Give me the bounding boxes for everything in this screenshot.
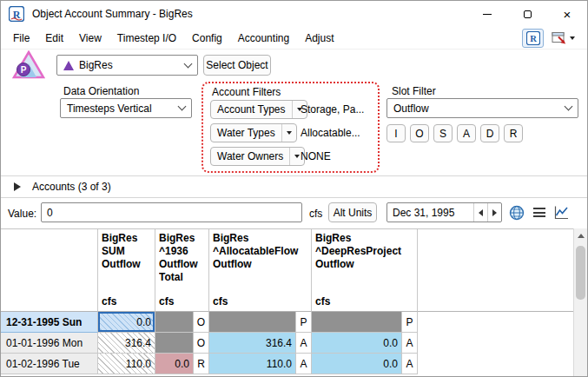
list-view-button[interactable] xyxy=(529,202,549,222)
menu-file[interactable]: File xyxy=(5,27,37,50)
window-red-arrow-icon xyxy=(552,31,567,45)
slot-filter-combo[interactable]: Outflow xyxy=(386,98,578,118)
reservoir-object-icon: P xyxy=(12,50,45,79)
next-timestep-button[interactable] xyxy=(487,203,501,222)
object-combo-value: BigRes xyxy=(79,59,113,71)
flag-cell[interactable]: P xyxy=(402,312,418,333)
svg-text:R: R xyxy=(530,34,537,43)
left-arrow-icon xyxy=(479,209,483,216)
maximize-button[interactable] xyxy=(507,1,547,27)
row-header-date[interactable]: 01-01-1996 Mon xyxy=(1,333,98,354)
value-cell[interactable]: 0.0 xyxy=(155,354,194,374)
column-header-bigres-1936-outflow-total[interactable]: BigRes^1936OutflowTotalcfs xyxy=(155,229,209,312)
vertical-scrollbar[interactable] xyxy=(573,228,587,376)
flag-cell[interactable]: A xyxy=(296,333,312,354)
goto-date-button[interactable] xyxy=(506,202,526,222)
flag-cell[interactable]: A xyxy=(296,354,312,374)
value-input[interactable] xyxy=(41,202,302,222)
column-units: cfs xyxy=(315,295,330,308)
maximize-icon xyxy=(524,10,532,18)
accounts-expander-icon[interactable] xyxy=(14,182,21,191)
chevron-down-icon xyxy=(184,59,193,68)
scrollbar-thumb[interactable] xyxy=(576,246,585,300)
slot-filter-button-o[interactable]: O xyxy=(410,124,429,142)
menu-accounting[interactable]: Accounting xyxy=(230,27,297,50)
plot-button[interactable] xyxy=(551,202,571,222)
slot-filter-value: Outflow xyxy=(393,103,429,115)
column-units: cfs xyxy=(159,295,174,308)
right-arrow-icon xyxy=(492,209,497,216)
date-widget[interactable]: Dec 31, 1995 xyxy=(386,202,502,222)
slot-filter-button-i[interactable]: I xyxy=(386,124,406,142)
table-row-2: 01-02-1996 Tue110.00.0R110.0A0.0A xyxy=(1,354,575,374)
svg-text:P: P xyxy=(21,65,27,75)
close-button[interactable]: × xyxy=(547,1,587,27)
flag-cell[interactable]: P xyxy=(296,312,312,333)
value-cell[interactable] xyxy=(155,312,194,333)
column-header-bigres-allocatableflow-outflow[interactable]: BigRes^AllocatableFlowOutflowcfs xyxy=(209,229,312,312)
table-row-1: 01-01-1996 Mon316.4O316.4A0.0A xyxy=(1,333,575,354)
row-header-date[interactable]: 01-02-1996 Tue xyxy=(1,354,98,374)
value-cell[interactable] xyxy=(312,312,402,333)
riverware-toolbar-button[interactable]: R xyxy=(522,29,544,48)
column-header-bigres-sum-outflow[interactable]: BigResSUMOutflowcfs xyxy=(98,229,155,312)
flag-cell[interactable]: O xyxy=(194,312,209,333)
value-cell[interactable]: 110.0 xyxy=(98,354,155,374)
titlebar: R Object Account Summary - BigRes × xyxy=(1,1,587,27)
row-header-date[interactable]: 12-31-1995 Sun xyxy=(1,312,98,333)
chevron-down-icon xyxy=(178,103,187,111)
filter-button-water-owners[interactable]: Water Owners xyxy=(210,147,305,166)
flag-cell[interactable]: O xyxy=(194,333,209,354)
slot-filter-label: Slot Filter xyxy=(392,85,436,97)
filter-button-account-types[interactable]: Account Types xyxy=(210,100,307,119)
flag-cell[interactable]: A xyxy=(402,354,418,374)
riverware-logo-icon: R xyxy=(526,31,540,45)
object-selector-combo[interactable]: BigRes xyxy=(56,55,198,76)
date-value: Dec 31, 1995 xyxy=(387,203,473,222)
value-cell[interactable] xyxy=(155,333,194,354)
data-orientation-combo[interactable]: Timesteps Vertical xyxy=(60,98,192,118)
value-cell[interactable]: 316.4 xyxy=(209,333,296,354)
slot-filter-buttons: IOSADR xyxy=(386,124,523,142)
date-column-header xyxy=(1,229,98,312)
minimize-button[interactable] xyxy=(467,1,507,27)
filter-button-water-types[interactable]: Water Types xyxy=(210,123,297,142)
value-cell[interactable]: 110.0 xyxy=(209,354,296,374)
slot-filter-button-d[interactable]: D xyxy=(480,124,499,142)
value-cell[interactable]: 0.0 xyxy=(312,354,402,374)
accounts-label: Accounts (3 of 3) xyxy=(32,181,111,193)
value-cell[interactable]: 0.0 xyxy=(312,333,402,354)
prev-timestep-button[interactable] xyxy=(473,203,487,222)
flag-cell[interactable]: R xyxy=(194,354,209,374)
minimize-icon xyxy=(483,14,492,15)
account-filters-group: Account Filters Account TypesStorage, Pa… xyxy=(202,82,380,173)
menu-right-toolbar: R xyxy=(522,29,587,48)
export-dialog-button[interactable] xyxy=(547,29,578,48)
menu-view[interactable]: View xyxy=(71,27,109,50)
list-lines-icon xyxy=(533,208,545,217)
menu-config[interactable]: Config xyxy=(184,27,230,50)
flag-cell[interactable]: A xyxy=(402,333,418,354)
dropdown-caret-icon xyxy=(570,36,575,40)
slot-filter-button-r[interactable]: R xyxy=(504,124,523,142)
value-cell[interactable]: 316.4 xyxy=(98,333,155,354)
menu-edit[interactable]: Edit xyxy=(37,27,71,50)
value-cell[interactable]: 0.0 xyxy=(98,312,155,333)
menu-adjust[interactable]: Adjust xyxy=(297,27,341,50)
slot-filter-button-a[interactable]: A xyxy=(457,124,476,142)
value-cell[interactable] xyxy=(209,312,296,333)
column-header-bigres-deepresproject-outflow[interactable]: BigRes^DeepResProjectOutflowcfs xyxy=(312,229,418,312)
table-row-0: 12-31-1995 Sun0.0OPP xyxy=(1,312,575,333)
select-object-button[interactable]: Select Object xyxy=(203,55,271,76)
scroll-up-button[interactable] xyxy=(574,228,587,242)
dropdown-arrow-icon xyxy=(294,155,300,158)
window-title: Object Account Summary - BigRes xyxy=(32,8,193,20)
menubar: FileEditViewTimestep I/OConfigAccounting… xyxy=(1,27,587,50)
data-orientation-label: Data Orientation xyxy=(63,85,139,97)
grid-header: BigResSUMOutflowcfsBigRes^1936OutflowTot… xyxy=(1,229,575,312)
alt-units-button[interactable]: Alt Units xyxy=(328,202,377,222)
menu-timestep-i-o[interactable]: Timestep I/O xyxy=(109,27,184,50)
data-grid: BigResSUMOutflowcfsBigRes^1936OutflowTot… xyxy=(1,228,575,377)
line-chart-icon xyxy=(552,204,570,222)
slot-filter-button-s[interactable]: S xyxy=(433,124,453,142)
